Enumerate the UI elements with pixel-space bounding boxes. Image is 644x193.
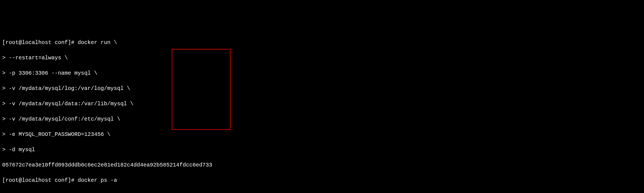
docker-run-cmd: docker run \ <box>78 39 117 46</box>
ps-header-0: CONTAINER ID IMAGE COMMAND CREATED STATU… <box>2 192 642 193</box>
terminal-output[interactable]: [root@localhost conf]# docker run \ > --… <box>0 31 644 193</box>
docker-run-opt-vol1: > -v /mydata/mysql/log:/var/log/mysql \ <box>2 85 642 92</box>
docker-run-opt-port: > -p 3306:3306 --name mysql \ <box>2 69 642 77</box>
docker-run-opt-vol2: > -v /mydata/mysql/data:/var/lib/mysql \ <box>2 100 642 108</box>
docker-run-opt-vol3: > -v /mydata/mysql/conf:/etc/mysql \ <box>2 115 642 123</box>
docker-run-output-id: 057672c7ea3e10ffd093dddb6c6ec2e81ed182c4… <box>2 161 642 169</box>
docker-run-line: [root@localhost conf]# docker run \ <box>2 39 642 46</box>
docker-run-opt-env: > -e MYSQL_ROOT_PASSWORD=123456 \ <box>2 131 642 138</box>
docker-run-opt-detach: > -d mysql <box>2 146 642 154</box>
ps-cmd: docker ps -a <box>78 177 117 183</box>
shell-prompt: [root@localhost conf]# <box>2 39 78 46</box>
shell-prompt: [root@localhost conf]# <box>2 177 78 183</box>
docker-run-opt-restart: > --restart=always \ <box>2 54 642 62</box>
ps-cmd-line-0: [root@localhost conf]# docker ps -a <box>2 177 642 184</box>
